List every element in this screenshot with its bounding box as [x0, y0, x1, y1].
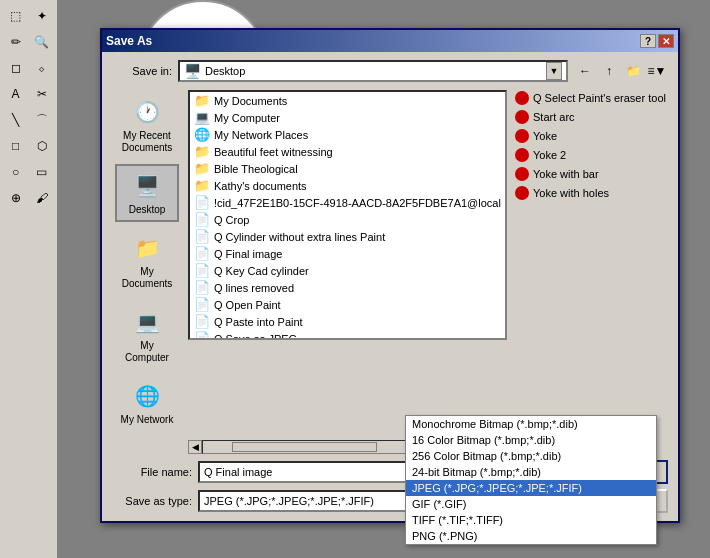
- right-list-item[interactable]: Yoke with bar: [513, 166, 668, 182]
- file-icon: 📁: [194, 93, 210, 108]
- file-icon: 📄: [194, 331, 210, 340]
- left-nav: 🕐 My Recent Documents 🖥️ Desktop 📁 My Do…: [112, 90, 182, 432]
- titlebar-buttons: ? ✕: [640, 34, 674, 48]
- file-item-name: Kathy's documents: [214, 180, 307, 192]
- back-button[interactable]: ←: [574, 60, 596, 82]
- list-item[interactable]: 📁 Kathy's documents: [190, 177, 505, 194]
- file-icon: 📄: [194, 280, 210, 295]
- list-item[interactable]: 📄 Q Cylinder without extra lines Paint: [190, 228, 505, 245]
- file-item-name: Q Final image: [214, 248, 282, 260]
- list-item[interactable]: 📄 Q Open Paint: [190, 296, 505, 313]
- tool-crop[interactable]: ✂: [30, 82, 54, 106]
- file-item-name: Beautiful feet witnessing: [214, 146, 333, 158]
- right-list-item[interactable]: Yoke 2: [513, 147, 668, 163]
- dropdown-option-selected[interactable]: JPEG (*.JPG;*.JPEG;*.JPE;*.JFIF): [406, 480, 656, 496]
- list-item[interactable]: 🌐 My Network Places: [190, 126, 505, 143]
- file-item-name: My Computer: [214, 112, 280, 124]
- file-icon: 📄: [194, 212, 210, 227]
- red-circle-icon: [515, 110, 529, 124]
- nav-my-documents[interactable]: 📁 My Documents: [115, 226, 179, 296]
- dialog-titlebar: Save As ? ✕: [102, 30, 678, 52]
- recent-documents-icon: 🕐: [131, 96, 163, 128]
- dialog-body: Save in: 🖥️ Desktop ▼ ← ↑ 📁 ≡▼ 🕐 My Rece…: [102, 52, 678, 521]
- list-item[interactable]: 📁 My Documents: [190, 92, 505, 109]
- right-item-label: Yoke with bar: [533, 168, 599, 180]
- view-menu-button[interactable]: ≡▼: [646, 60, 668, 82]
- my-documents-icon: 📁: [131, 232, 163, 264]
- file-icon: 📁: [194, 178, 210, 193]
- tool-ellipse[interactable]: ○: [4, 160, 28, 184]
- nav-recent-documents[interactable]: 🕐 My Recent Documents: [115, 90, 179, 160]
- dropdown-option[interactable]: 256 Color Bitmap (*.bmp;*.dib): [406, 448, 656, 464]
- dialog-title: Save As: [106, 34, 152, 48]
- right-item-label: Start arc: [533, 111, 575, 123]
- tool-select[interactable]: ⬚: [4, 4, 28, 28]
- dropdown-option[interactable]: PNG (*.PNG): [406, 528, 656, 544]
- save-in-dropdown-button[interactable]: ▼: [546, 62, 562, 80]
- right-item-label: Yoke with holes: [533, 187, 609, 199]
- nav-computer-label: My Computer: [119, 340, 175, 364]
- tool-fill[interactable]: ⬦: [30, 56, 54, 80]
- my-network-icon: 🌐: [131, 380, 163, 412]
- tool-curve[interactable]: ⌒: [30, 108, 54, 132]
- tool-rect[interactable]: □: [4, 134, 28, 158]
- list-item[interactable]: 📄 Q Final image: [190, 245, 505, 262]
- save-in-combo[interactable]: 🖥️ Desktop ▼: [178, 60, 568, 82]
- list-item[interactable]: 📄 !cid_47F2E1B0-15CF-4918-AACD-8A2F5FDBE…: [190, 194, 505, 211]
- file-icon: 📄: [194, 195, 210, 210]
- dropdown-option[interactable]: Monochrome Bitmap (*.bmp;*.dib): [406, 416, 656, 432]
- list-item[interactable]: 📄 Q Crop: [190, 211, 505, 228]
- file-icon: 💻: [194, 110, 210, 125]
- dropdown-option[interactable]: TIFF (*.TIF;*.TIFF): [406, 512, 656, 528]
- tool-zoom[interactable]: 🔍: [30, 30, 54, 54]
- file-item-name: My Network Places: [214, 129, 308, 141]
- right-list-item[interactable]: Yoke: [513, 128, 668, 144]
- tool-poly[interactable]: ⬡: [30, 134, 54, 158]
- list-item[interactable]: 💻 My Computer: [190, 109, 505, 126]
- list-item[interactable]: 📄 Q Save as JPEG: [190, 330, 505, 340]
- dropdown-option[interactable]: GIF (*.GIF): [406, 496, 656, 512]
- up-button[interactable]: ↑: [598, 60, 620, 82]
- tool-text[interactable]: A: [4, 82, 28, 106]
- list-item[interactable]: 📁 Bible Theological: [190, 160, 505, 177]
- tool-rrect[interactable]: ▭: [30, 160, 54, 184]
- tool-brush[interactable]: 🖌: [30, 186, 54, 210]
- save-in-row: Save in: 🖥️ Desktop ▼ ← ↑ 📁 ≡▼: [112, 60, 668, 82]
- nav-my-computer[interactable]: 💻 My Computer: [115, 300, 179, 370]
- tool-pencil[interactable]: ✏: [4, 30, 28, 54]
- list-item[interactable]: 📁 Beautiful feet witnessing: [190, 143, 505, 160]
- file-item-name: Q Crop: [214, 214, 249, 226]
- save-type-value: JPEG (*.JPG;*.JPEG;*.JPE;*.JFIF): [204, 495, 374, 507]
- file-icon: 📄: [194, 263, 210, 278]
- right-list-item[interactable]: Yoke with holes: [513, 185, 668, 201]
- nav-my-network[interactable]: 🌐 My Network: [115, 374, 179, 432]
- tool-eraser[interactable]: ◻: [4, 56, 28, 80]
- file-item-name: Bible Theological: [214, 163, 298, 175]
- new-folder-button[interactable]: 📁: [622, 60, 644, 82]
- tool-line[interactable]: ╲: [4, 108, 28, 132]
- file-list-container[interactable]: 📁 My Documents 💻 My Computer 🌐 My Networ…: [188, 90, 507, 340]
- scroll-left-button[interactable]: ◀: [188, 440, 202, 454]
- right-item-label: Yoke: [533, 130, 557, 142]
- list-item[interactable]: 📄 Q Key Cad cylinder: [190, 262, 505, 279]
- nav-desktop[interactable]: 🖥️ Desktop: [115, 164, 179, 222]
- dialog-close-button[interactable]: ✕: [658, 34, 674, 48]
- list-item[interactable]: 📄 Q lines removed: [190, 279, 505, 296]
- tool-magic[interactable]: ✦: [30, 4, 54, 28]
- nav-desktop-label: Desktop: [129, 204, 166, 216]
- scrollbar-thumb[interactable]: [232, 442, 377, 452]
- dropdown-option[interactable]: 24-bit Bitmap (*.bmp;*.dib): [406, 464, 656, 480]
- dialog-help-button[interactable]: ?: [640, 34, 656, 48]
- right-panel: Q Select Paint's eraser tool Start arc Y…: [513, 90, 668, 432]
- desktop-icon: 🖥️: [131, 170, 163, 202]
- tool-colorpick[interactable]: ⊕: [4, 186, 28, 210]
- list-item[interactable]: 📄 Q Paste into Paint: [190, 313, 505, 330]
- navigation-icons: ← ↑ 📁 ≡▼: [574, 60, 668, 82]
- file-item-name: Q Cylinder without extra lines Paint: [214, 231, 385, 243]
- right-list-item[interactable]: Q Select Paint's eraser tool: [513, 90, 668, 106]
- right-list-item[interactable]: Start arc: [513, 109, 668, 125]
- dropdown-option[interactable]: 16 Color Bitmap (*.bmp;*.dib): [406, 432, 656, 448]
- file-icon: 📄: [194, 246, 210, 261]
- my-computer-icon: 💻: [131, 306, 163, 338]
- red-circle-icon: [515, 91, 529, 105]
